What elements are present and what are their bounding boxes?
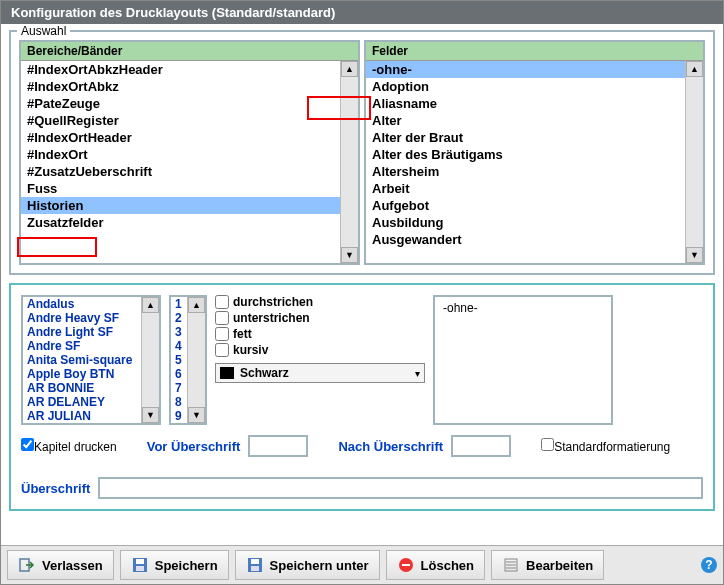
list-item[interactable]: 7 — [171, 381, 187, 395]
scroll-up-icon[interactable]: ▲ — [341, 61, 358, 77]
scroll-up-icon[interactable]: ▲ — [686, 61, 703, 77]
list-item[interactable]: Andre Light SF — [23, 325, 141, 339]
list-item[interactable]: -ohne- — [366, 61, 685, 78]
list-item[interactable]: Alter des Bräutigams — [366, 146, 685, 163]
list-item[interactable]: Aufgebot — [366, 197, 685, 214]
list-item[interactable]: #ZusatzUeberschrift — [21, 163, 340, 180]
save-icon — [131, 556, 149, 574]
list-item[interactable]: AR BONNIE — [23, 381, 141, 395]
scroll-down-icon[interactable]: ▼ — [686, 247, 703, 263]
svg-rect-5 — [251, 559, 259, 564]
color-swatch-icon — [220, 367, 234, 379]
list-item[interactable]: #IndexOrtAbkzHeader — [21, 61, 340, 78]
font-listbox[interactable]: AndalusAndre Heavy SFAndre Light SFAndre… — [21, 295, 161, 425]
list-item[interactable]: 9 — [171, 409, 187, 423]
list-item[interactable]: Aliasname — [366, 95, 685, 112]
list-item[interactable]: 4 — [171, 339, 187, 353]
check-label: durchstrichen — [233, 295, 313, 309]
button-label: Bearbeiten — [526, 558, 593, 573]
check-label: kursiv — [233, 343, 268, 357]
unterstrichen-check[interactable]: unterstrichen — [215, 311, 425, 325]
list-item[interactable]: Zusatzfelder — [21, 214, 340, 231]
edit-icon — [502, 556, 520, 574]
list-item[interactable]: Ausbildung — [366, 214, 685, 231]
vor-ueberschrift-label: Vor Überschrift — [147, 439, 241, 454]
list-item[interactable]: #IndexOrtHeader — [21, 129, 340, 146]
fett-check[interactable]: fett — [215, 327, 425, 341]
list-item[interactable]: Anita Semi-square — [23, 353, 141, 367]
toolbar: Verlassen Speichern Speichern unter Lösc… — [1, 545, 723, 584]
list-item[interactable]: #IndexOrtAbkz — [21, 78, 340, 95]
list-item[interactable]: Alter — [366, 112, 685, 129]
chevron-down-icon: ▾ — [415, 368, 420, 379]
list-item[interactable]: 2 — [171, 311, 187, 325]
button-label: Speichern unter — [270, 558, 369, 573]
bereiche-listbox[interactable]: Bereiche/Bänder #IndexOrtAbkzHeader#Inde… — [19, 40, 360, 265]
exit-icon — [18, 556, 36, 574]
button-label: Löschen — [421, 558, 474, 573]
preview-box: -ohne- — [433, 295, 613, 425]
list-item[interactable]: Andre SF — [23, 339, 141, 353]
list-item[interactable]: 5 — [171, 353, 187, 367]
color-label: Schwarz — [240, 366, 415, 380]
list-item[interactable]: Andre Heavy SF — [23, 311, 141, 325]
button-label: Speichern — [155, 558, 218, 573]
bearbeiten-button[interactable]: Bearbeiten — [491, 550, 604, 580]
speichern-button[interactable]: Speichern — [120, 550, 229, 580]
standardformatierung-check[interactable]: Standardformatierung — [541, 438, 670, 454]
nach-ueberschrift-label: Nach Überschrift — [338, 439, 443, 454]
check-label: Kapitel drucken — [34, 440, 117, 454]
svg-rect-8 — [402, 564, 410, 566]
list-item[interactable]: 6 — [171, 367, 187, 381]
bereiche-scrollbar[interactable]: ▲ ▼ — [340, 61, 358, 263]
scroll-down-icon[interactable]: ▼ — [341, 247, 358, 263]
scroll-up-icon[interactable]: ▲ — [142, 297, 159, 313]
felder-listbox[interactable]: Felder -ohne-AdoptionAliasnameAlterAlter… — [364, 40, 705, 265]
group-label: Auswahl — [17, 24, 70, 38]
list-item[interactable]: 3 — [171, 325, 187, 339]
list-item[interactable]: Adoption — [366, 78, 685, 95]
list-item[interactable]: #IndexOrt — [21, 146, 340, 163]
speichern-unter-button[interactable]: Speichern unter — [235, 550, 380, 580]
list-item[interactable]: Apple Boy BTN — [23, 367, 141, 381]
nach-ueberschrift-input[interactable] — [451, 435, 511, 457]
help-icon[interactable]: ? — [701, 557, 717, 573]
list-item[interactable]: Alter der Braut — [366, 129, 685, 146]
save-as-icon — [246, 556, 264, 574]
list-item[interactable]: AR DELANEY — [23, 395, 141, 409]
list-item[interactable]: 8 — [171, 395, 187, 409]
list-item[interactable]: Altersheim — [366, 163, 685, 180]
felder-scrollbar[interactable]: ▲ ▼ — [685, 61, 703, 263]
size-scrollbar[interactable]: ▲ ▼ — [187, 297, 205, 423]
loeschen-button[interactable]: Löschen — [386, 550, 485, 580]
list-item[interactable]: #QuellRegister — [21, 112, 340, 129]
button-label: Verlassen — [42, 558, 103, 573]
color-select[interactable]: Schwarz ▾ — [215, 363, 425, 383]
titlebar: Konfiguration des Drucklayouts (Standard… — [1, 1, 723, 24]
list-item[interactable]: Ausgewandert — [366, 231, 685, 248]
ueberschrift-input[interactable] — [98, 477, 703, 499]
scroll-up-icon[interactable]: ▲ — [188, 297, 205, 313]
list-item[interactable]: 1 — [171, 297, 187, 311]
size-listbox[interactable]: 12345678910 ▲ ▼ — [169, 295, 207, 425]
list-item[interactable]: Andalus — [23, 297, 141, 311]
vor-ueberschrift-input[interactable] — [248, 435, 308, 457]
list-item[interactable]: Historien — [21, 197, 340, 214]
felder-header: Felder — [366, 42, 703, 61]
verlassen-button[interactable]: Verlassen — [7, 550, 114, 580]
scroll-down-icon[interactable]: ▼ — [142, 407, 159, 423]
scroll-down-icon[interactable]: ▼ — [188, 407, 205, 423]
list-item[interactable]: Arbeit — [366, 180, 685, 197]
svg-rect-6 — [251, 566, 259, 571]
list-item[interactable]: AR JULIAN — [23, 409, 141, 423]
kursiv-check[interactable]: kursiv — [215, 343, 425, 357]
list-item[interactable]: #PateZeuge — [21, 95, 340, 112]
svg-rect-2 — [136, 559, 144, 564]
font-scrollbar[interactable]: ▲ ▼ — [141, 297, 159, 423]
preview-text: -ohne- — [443, 301, 478, 315]
durchstrichen-check[interactable]: durchstrichen — [215, 295, 425, 309]
kapitel-drucken-check[interactable]: Kapitel drucken — [21, 438, 117, 454]
check-label: Standardformatierung — [554, 440, 670, 454]
list-item[interactable]: Fuss — [21, 180, 340, 197]
svg-rect-3 — [136, 566, 144, 571]
